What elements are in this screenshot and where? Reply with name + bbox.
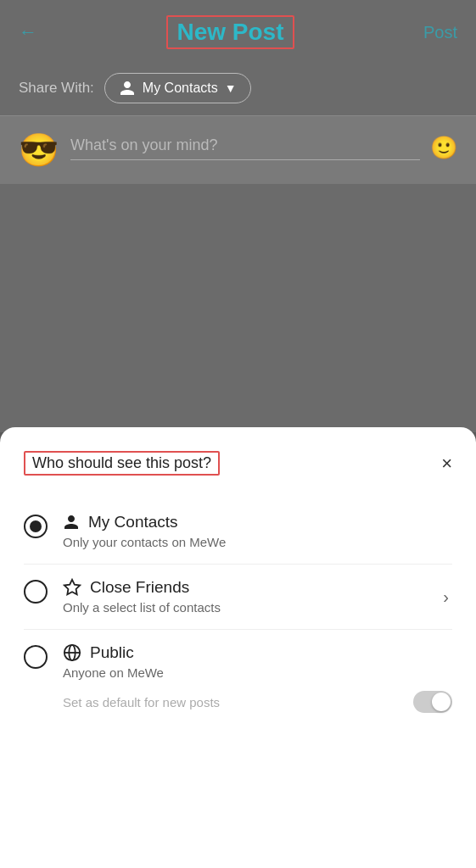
globe-icon: [63, 643, 81, 662]
radio-close-friends[interactable]: [24, 580, 48, 604]
default-toggle-label: Set as default for new posts: [63, 695, 220, 709]
sheet-title-wrapper: Who should see this post?: [24, 451, 220, 476]
page-title: New Post: [166, 15, 294, 49]
post-input-placeholder[interactable]: What's on your mind?: [70, 131, 420, 160]
close-button[interactable]: ×: [441, 454, 452, 473]
background-screen: ← New Post Post Share With: My Contacts …: [0, 0, 476, 432]
option-close-friends[interactable]: Close Friends Only a select list of cont…: [24, 565, 452, 630]
star-icon: [63, 578, 81, 597]
default-toggle-row: Set as default for new posts: [63, 691, 452, 713]
header-title-wrapper: New Post: [166, 15, 294, 49]
person-icon: [63, 514, 80, 531]
option-title-row-public: Public: [63, 643, 452, 662]
share-with-label: Share With:: [19, 80, 94, 97]
sheet-header: Who should see this post? ×: [24, 451, 452, 476]
option-title-row-close-friends: Close Friends: [63, 578, 443, 597]
emoji-picker-button[interactable]: 🙂: [430, 135, 457, 161]
header: ← New Post Post: [0, 0, 476, 61]
share-dropdown[interactable]: My Contacts ▼: [104, 73, 251, 103]
option-title-row-my-contacts: My Contacts: [63, 513, 452, 531]
share-selected-value: My Contacts: [143, 81, 218, 96]
option-close-friends-content: Close Friends Only a select list of cont…: [63, 578, 443, 615]
option-close-friends-subtitle: Only a select list of contacts: [63, 600, 221, 615]
chevron-down-icon: ▼: [225, 81, 237, 95]
option-my-contacts-content: My Contacts Only your contacts on MeWe: [63, 513, 452, 550]
option-public[interactable]: Public Anyone on MeWe Set as default for…: [24, 630, 452, 726]
option-public-subtitle: Anyone on MeWe: [63, 665, 164, 680]
option-public-content: Public Anyone on MeWe Set as default for…: [63, 643, 452, 713]
option-my-contacts[interactable]: My Contacts Only your contacts on MeWe: [24, 499, 452, 565]
radio-my-contacts[interactable]: [24, 515, 48, 538]
back-button[interactable]: ←: [19, 21, 37, 43]
share-with-row: Share With: My Contacts ▼: [0, 61, 476, 115]
option-public-label: Public: [90, 643, 134, 662]
person-icon-dropdown: [119, 80, 136, 97]
option-close-friends-label: Close Friends: [90, 578, 189, 597]
radio-public[interactable]: [24, 645, 48, 669]
post-input-area: 😎 What's on your mind? 🙂: [0, 115, 476, 184]
bottom-sheet: Who should see this post? × My Contacts …: [0, 427, 476, 868]
toggle-thumb: [432, 693, 451, 711]
svg-marker-0: [64, 580, 80, 594]
sheet-title: Who should see this post?: [32, 454, 211, 471]
avatar: 😎: [19, 131, 59, 169]
chevron-right-icon: ›: [443, 587, 452, 607]
post-button[interactable]: Post: [423, 23, 457, 42]
option-my-contacts-label: My Contacts: [88, 513, 178, 531]
default-toggle-switch[interactable]: [413, 691, 452, 713]
option-my-contacts-subtitle: Only your contacts on MeWe: [63, 535, 226, 549]
